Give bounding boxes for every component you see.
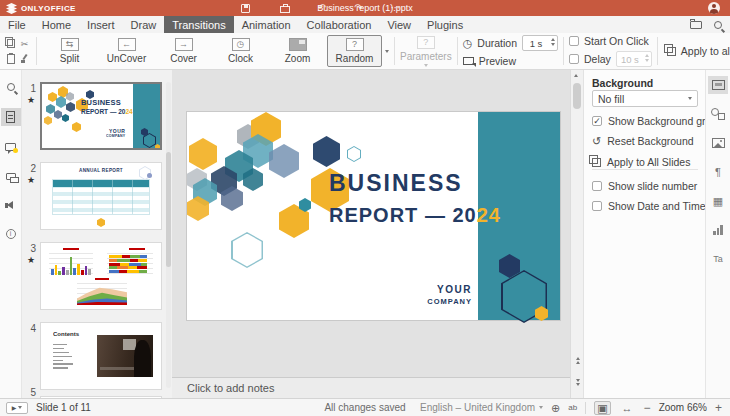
editor-scrollbar[interactable] [570,70,583,398]
transition-cover-button[interactable]: → Cover [156,35,211,67]
tab-insert[interactable]: Insert [79,16,123,33]
menu-tab-bar: File Home Insert Draw Transitions Animat… [0,16,730,33]
previous-slide-button[interactable] [573,357,582,364]
image-settings-button[interactable] [708,134,728,152]
slide-number: 2 [24,163,36,174]
slide-company-text[interactable]: YOUR COMPANY [427,284,472,306]
apply-to-all-slides-button[interactable]: Apply to All Slides [592,156,690,168]
image-settings-icon [712,138,725,148]
reset-background-button[interactable]: ↺ Reset Background [592,135,694,147]
slide-thumbnail-4[interactable]: Contents [40,322,162,390]
slides-panel-button[interactable] [1,108,21,126]
set-language-globe-icon[interactable]: ⊕ [551,402,560,414]
slide-settings-button[interactable] [708,76,728,94]
transition-applied-star-icon: ★ [27,256,35,265]
fit-to-width-button[interactable]: ↔ [619,401,636,415]
slide-subtitle[interactable]: REPORT — 2024 [329,204,501,227]
ribbon-separator [657,37,658,65]
tab-view[interactable]: View [379,16,419,33]
start-slideshow-button[interactable]: ▶ [6,402,28,414]
transition-gallery-dropdown-icon[interactable] [385,50,389,53]
notes-area[interactable]: Click to add notes [172,377,570,398]
search-icon[interactable] [714,21,722,29]
scroll-up-icon[interactable] [574,74,578,77]
transition-split-button[interactable]: ⇆ Split [42,35,97,67]
find-button[interactable] [1,79,21,95]
text-art-settings-button[interactable]: Ta [708,250,728,268]
transition-zoom-button[interactable]: Zoom [270,35,325,67]
background-fill-select[interactable]: No fill [592,90,698,107]
paragraph-settings-button[interactable]: ¶ [708,163,728,181]
show-background-graphics-checkbox[interactable]: ✓ [592,116,602,126]
delay-checkbox[interactable] [569,54,579,64]
slide-number: 3 [24,243,36,254]
open-file-icon[interactable] [690,21,702,29]
thumbnails-scrollbar[interactable] [166,82,171,388]
undo-icon[interactable]: ↶ [318,1,326,15]
format-painter-icon[interactable] [20,54,30,64]
notes-placeholder: Click to add notes [187,382,274,394]
start-on-click-checkbox[interactable] [569,36,579,46]
next-slide-button[interactable] [573,379,582,386]
slide-thumbnail-1[interactable]: BUSINESS REPORT — 2024 YOURCOMPANY [40,82,162,150]
save-icon[interactable] [241,4,250,13]
slide-thumbnail-2[interactable]: ANNUAL REPORT [40,162,162,230]
transition-label: Cover [170,53,197,64]
thumb-contents-title: Contents [53,331,79,338]
paste-icon[interactable] [7,54,15,64]
zoom-out-button[interactable]: − [644,402,651,414]
fit-to-slide-button[interactable]: ▣ [594,401,610,415]
show-date-time-row[interactable]: Show Date and Time [592,200,705,212]
print-icon[interactable] [280,6,290,13]
user-avatar[interactable] [708,2,720,14]
show-slide-number-row[interactable]: Show slide number [592,180,697,192]
spinner-up-icon[interactable] [551,38,555,41]
spellcheck-icon[interactable]: ab [568,402,577,414]
slide-number: 5 [24,387,36,398]
duration-spinner[interactable]: 1 s [522,35,558,51]
table-settings-button[interactable]: ▦ [708,192,728,210]
reset-background-icon: ↺ [592,136,601,147]
slideshow-dropdown-icon[interactable] [18,406,22,409]
document-language-button[interactable]: English – United Kingdom [420,402,543,413]
tab-plugins[interactable]: Plugins [419,16,471,33]
comments-button[interactable] [1,139,21,155]
transition-label: Zoom [285,53,311,64]
slide-thumbnail-3[interactable] [40,242,162,310]
about-button[interactable]: i [1,226,21,242]
transition-uncover-button[interactable]: ← UnCover [99,35,154,67]
cut-icon[interactable]: ✂ [21,39,29,49]
tab-transitions[interactable]: Transitions [164,16,233,33]
show-date-time-checkbox[interactable] [592,201,602,211]
transition-clock-button[interactable]: ◷ Clock [213,35,268,67]
shape-settings-button[interactable] [708,105,728,123]
chart-settings-button[interactable] [708,221,728,239]
show-slide-number-checkbox[interactable] [592,181,602,191]
tab-home[interactable]: Home [34,16,79,33]
tab-animation[interactable]: Animation [234,16,299,33]
transition-label: UnCover [107,53,146,64]
scrollbar-thumb[interactable] [166,152,171,267]
apply-to-all-button[interactable]: Apply to all slides [681,45,730,57]
right-toolbar: ¶ ▦ Ta [705,70,730,398]
info-icon: i [6,229,16,239]
cover-transition-icon: → [175,38,193,51]
scrollbar-thumb[interactable] [573,83,581,109]
transition-random-button[interactable]: ? Random [327,35,382,67]
tab-draw[interactable]: Draw [123,16,165,33]
copy-icon[interactable] [7,39,15,48]
slide-title[interactable]: BUSINESS [329,170,463,197]
tab-collaboration[interactable]: Collaboration [299,16,380,33]
feedback-button[interactable] [1,197,21,213]
tab-file[interactable]: File [0,16,34,33]
slide-thumbnails-panel: 1 ★ BUSINESS REPORT — 2024 YOURCOMPANY 2… [22,70,172,398]
slide-canvas[interactable]: BUSINESS REPORT — 2024 YOUR COMPANY [187,112,560,320]
spinner-down-icon[interactable] [551,43,555,46]
thumb-slide-title: BUSINESS [81,98,121,107]
zoom-in-button[interactable]: + [715,402,722,414]
preview-button[interactable]: Preview [479,55,516,67]
chat-button[interactable] [1,168,21,184]
redo-icon[interactable]: ↷ [354,1,362,15]
slide-position-indicator: Slide 1 of 11 [36,402,91,413]
more-actions-icon[interactable]: ⋯ [391,1,401,15]
